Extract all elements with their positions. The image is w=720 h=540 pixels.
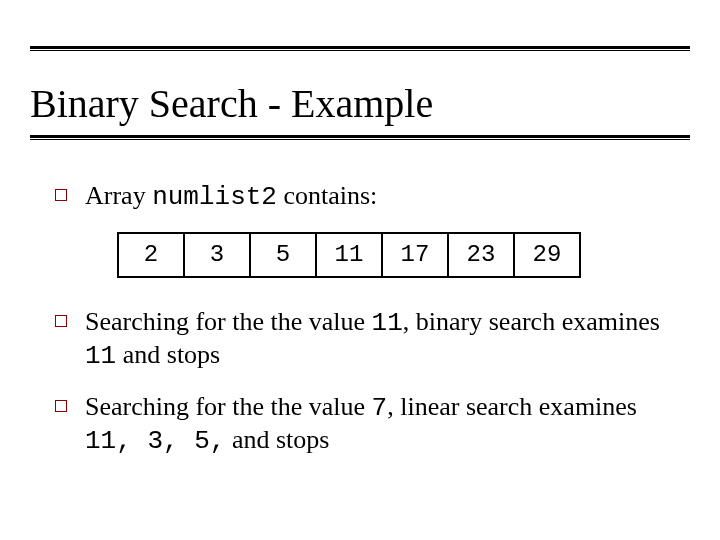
array-diagram: 2 3 5 11 17 23 29 xyxy=(117,232,680,278)
bullet-text: Searching for the the value 7, linear se… xyxy=(85,391,680,458)
bullet-text: Array numlist2 contains: xyxy=(85,180,680,214)
bullet-text: Searching for the the value 11, binary s… xyxy=(85,306,680,373)
content-area: Array numlist2 contains: 2 3 5 11 17 23 … xyxy=(55,180,680,476)
title-double-rule xyxy=(30,135,690,140)
array-cell: 3 xyxy=(184,233,250,277)
slide: Binary Search - Example Array numlist2 c… xyxy=(0,0,720,540)
array-cell: 23 xyxy=(448,233,514,277)
array-cell: 17 xyxy=(382,233,448,277)
square-bullet-icon xyxy=(55,315,67,327)
array-table: 2 3 5 11 17 23 29 xyxy=(117,232,581,278)
top-double-rule xyxy=(30,46,690,51)
bullet-item: Array numlist2 contains: xyxy=(55,180,680,214)
array-cell: 29 xyxy=(514,233,580,277)
bullet-item: Searching for the the value 7, linear se… xyxy=(55,391,680,458)
array-cell: 2 xyxy=(118,233,184,277)
slide-title: Binary Search - Example xyxy=(30,80,690,127)
square-bullet-icon xyxy=(55,189,67,201)
title-block: Binary Search - Example xyxy=(30,80,690,140)
array-cell: 11 xyxy=(316,233,382,277)
bullet-item: Searching for the the value 11, binary s… xyxy=(55,306,680,373)
square-bullet-icon xyxy=(55,400,67,412)
array-cell: 5 xyxy=(250,233,316,277)
